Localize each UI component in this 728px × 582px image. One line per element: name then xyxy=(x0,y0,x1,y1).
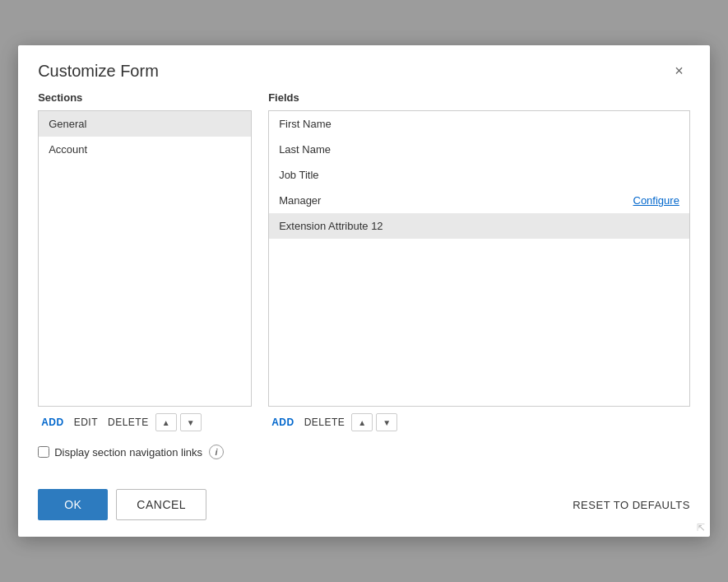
customize-form-dialog: Customize Form × Sections General Accoun… xyxy=(18,45,710,537)
configure-link[interactable]: Configure xyxy=(633,194,679,207)
nav-links-row: Display section navigation links i xyxy=(38,445,690,459)
list-item[interactable]: General xyxy=(39,111,251,137)
fields-up-button[interactable]: ▲ xyxy=(351,413,373,431)
nav-links-checkbox-wrap: Display section navigation links xyxy=(38,446,202,459)
sections-up-button[interactable]: ▲ xyxy=(155,413,177,431)
fields-add-button[interactable]: ADD xyxy=(268,415,298,430)
list-item[interactable]: Account xyxy=(39,137,251,162)
list-item[interactable]: Job Title xyxy=(269,162,689,188)
sections-edit-button[interactable]: EDIT xyxy=(71,415,101,430)
sections-toolbar: ADD EDIT DELETE ▲ ▼ xyxy=(38,413,252,431)
dialog-body: Sections General Account ADD EDIT DELETE… xyxy=(18,91,710,489)
reset-button[interactable]: RESET TO DEFAULTS xyxy=(573,499,690,511)
fields-list[interactable]: First Name Last Name Job Title Manager C… xyxy=(268,110,690,407)
dialog-title: Customize Form xyxy=(38,62,159,81)
columns-container: Sections General Account ADD EDIT DELETE… xyxy=(38,91,690,431)
list-item[interactable]: Last Name xyxy=(269,137,689,162)
nav-links-label: Display section navigation links xyxy=(54,446,202,459)
close-button[interactable]: × xyxy=(668,60,690,81)
sections-add-button[interactable]: ADD xyxy=(38,415,67,430)
sections-column: Sections General Account ADD EDIT DELETE… xyxy=(38,91,252,431)
resize-handle[interactable]: ⇱ xyxy=(697,522,705,533)
ok-button[interactable]: OK xyxy=(38,489,108,520)
nav-links-checkbox[interactable] xyxy=(38,446,49,458)
sections-list[interactable]: General Account xyxy=(38,110,252,407)
sections-label: Sections xyxy=(38,91,252,104)
fields-toolbar: ADD DELETE ▲ ▼ xyxy=(268,413,690,431)
fields-delete-button[interactable]: DELETE xyxy=(301,415,349,430)
cancel-button[interactable]: CANCEL xyxy=(116,489,206,520)
fields-label: Fields xyxy=(268,91,690,104)
info-icon: i xyxy=(209,445,224,459)
sections-delete-button[interactable]: DELETE xyxy=(104,415,152,430)
sections-down-button[interactable]: ▼ xyxy=(180,413,202,431)
fields-column: Fields First Name Last Name Job Title Ma… xyxy=(268,91,690,431)
list-item[interactable]: Manager Configure xyxy=(269,188,689,213)
footer-left: OK CANCEL xyxy=(38,489,206,520)
dialog-footer: OK CANCEL RESET TO DEFAULTS xyxy=(18,489,710,537)
list-item[interactable]: First Name xyxy=(269,111,689,137)
fields-down-button[interactable]: ▼ xyxy=(376,413,397,431)
dialog-header: Customize Form × xyxy=(18,45,710,91)
list-item[interactable]: Extension Attribute 12 xyxy=(269,213,689,239)
